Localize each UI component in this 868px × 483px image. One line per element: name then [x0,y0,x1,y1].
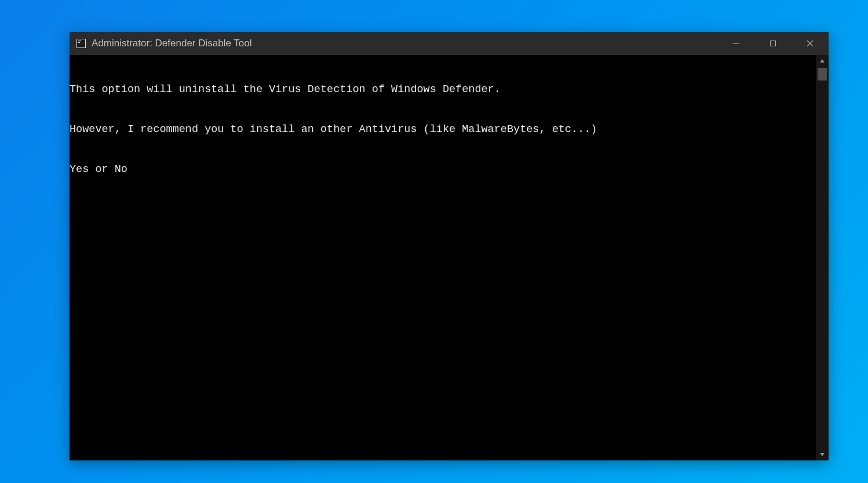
window-title: Administrator: Defender Disable Tool [92,38,252,49]
client-area: This option will uninstall the Virus Det… [70,55,829,460]
scroll-down-arrow-icon[interactable] [816,449,829,460]
scroll-thumb[interactable] [818,68,827,80]
svg-rect-2 [78,41,81,41]
console-line: However, I recommend you to install an o… [70,123,816,136]
scroll-track[interactable] [816,67,829,449]
console-window: Administrator: Defender Disable Tool Thi… [70,32,829,460]
window-controls [717,32,829,55]
maximize-button[interactable] [754,32,792,55]
close-button[interactable] [792,32,829,55]
console-output[interactable]: This option will uninstall the Virus Det… [70,55,816,460]
console-line: This option will uninstall the Virus Det… [70,83,816,96]
scroll-up-arrow-icon[interactable] [816,55,829,67]
vertical-scrollbar[interactable] [816,55,829,460]
svg-rect-4 [733,43,739,44]
titlebar[interactable]: Administrator: Defender Disable Tool [70,32,829,55]
cmd-icon [76,39,86,48]
console-line: Yes or No [70,163,816,176]
minimize-button[interactable] [717,32,754,55]
svg-rect-5 [771,41,776,46]
svg-rect-3 [78,42,80,43]
